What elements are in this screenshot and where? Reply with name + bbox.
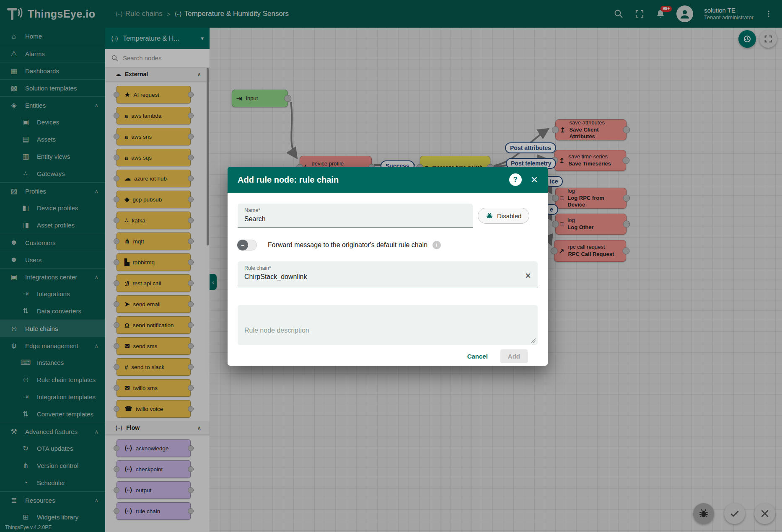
name-field-value[interactable]: Search <box>244 215 466 223</box>
name-field[interactable]: Name* Search <box>238 204 473 228</box>
help-icon[interactable]: ? <box>509 173 522 186</box>
debug-disabled-button[interactable]: Disabled <box>478 208 529 224</box>
add-rule-node-dialog: Add rule node: rule chain ? × Name* Sear… <box>228 167 548 366</box>
info-icon[interactable]: i <box>432 241 441 249</box>
cancel-button[interactable]: Cancel <box>467 353 488 360</box>
bug-icon <box>486 212 493 220</box>
forward-message-toggle[interactable]: − <box>238 240 257 251</box>
forward-message-label: Forward message to the originator's defa… <box>268 241 427 249</box>
rule-chain-field[interactable]: Rule chain* ChirpStack_downlink × <box>238 261 538 288</box>
add-button[interactable]: Add <box>500 349 528 363</box>
rule-chain-field-label: Rule chain* <box>244 265 531 271</box>
clear-icon[interactable]: × <box>525 271 531 281</box>
dialog-header: Add rule node: rule chain ? × <box>228 167 548 193</box>
toggle-thumb: − <box>237 240 248 251</box>
name-field-label: Name* <box>244 207 466 213</box>
description-placeholder: Rule node description <box>244 327 309 334</box>
description-textarea[interactable]: Rule node description <box>238 305 538 345</box>
rule-chain-field-value[interactable]: ChirpStack_downlink <box>244 273 531 281</box>
dialog-title: Add rule node: rule chain <box>238 175 509 185</box>
close-icon[interactable]: × <box>531 174 538 186</box>
resize-handle-icon[interactable] <box>531 338 536 343</box>
